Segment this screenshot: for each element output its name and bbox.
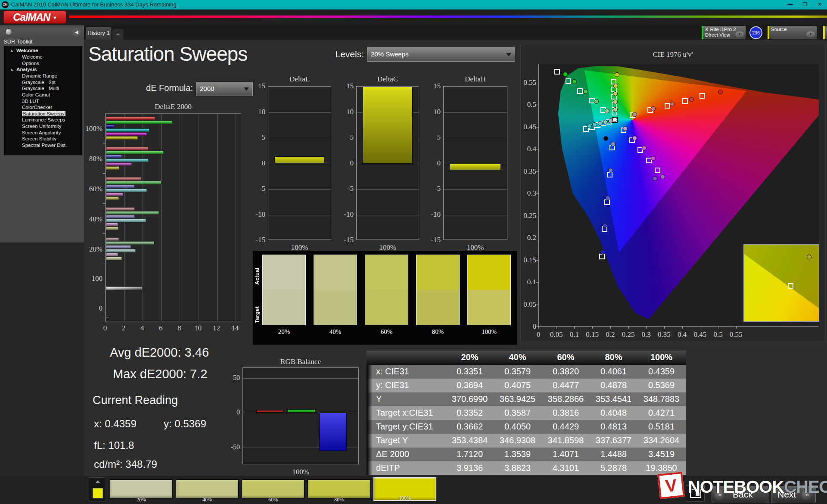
- sidebar-item-screen-stability[interactable]: Screen Stability: [4, 136, 82, 142]
- row-value: 0.3352: [446, 408, 494, 418]
- delta-e-bar-40%-1: [106, 211, 159, 215]
- gridline: [268, 189, 331, 190]
- maximize-icon[interactable]: ❐: [798, 0, 812, 9]
- actual-target-swatch-panel: ActualTarget20%40%60%80%100%: [253, 251, 517, 345]
- tick: [574, 327, 575, 329]
- current-reading-title: Current Reading: [93, 394, 178, 407]
- source-dropdown[interactable]: Source ▼: [767, 25, 817, 40]
- tick: [538, 327, 539, 329]
- sidebar-item-saturation-sweeps[interactable]: Saturation Sweeps: [4, 111, 82, 117]
- tick: [628, 327, 629, 329]
- delta-e-bar-100%-4: [106, 132, 147, 136]
- cie-measured-green: [563, 72, 568, 77]
- tick: [536, 105, 538, 105]
- rgb-balance-title: RGB Balance: [243, 358, 359, 366]
- swatch-60%: [365, 255, 408, 325]
- chevron-down-icon: ▼: [53, 12, 57, 24]
- row-value: 370.6990: [446, 394, 494, 404]
- pattern-tile-20%[interactable]: [110, 479, 173, 498]
- sidebar-item-dynamic-range[interactable]: Dynamic Range: [4, 73, 82, 79]
- tick: [103, 313, 105, 313]
- gridline: [444, 138, 507, 138]
- close-icon[interactable]: ✕: [812, 0, 827, 9]
- delta-e-group-label: 0: [65, 304, 103, 313]
- cie-y-tick: 0.1: [511, 278, 536, 286]
- row-value: 0.4359: [637, 367, 685, 376]
- row-value: 0.4477: [542, 380, 590, 390]
- sidebar-item-luminance-sweeps[interactable]: Luminance Sweeps: [4, 117, 82, 123]
- delta-e-bar-60%-2: [106, 185, 135, 188]
- rgb-x-label: 100%: [243, 468, 359, 476]
- row-value: 3.4519: [637, 449, 685, 459]
- display-control-dropdown[interactable]: Direct Display Control ▼: [823, 25, 827, 40]
- row-value: 0.3579: [494, 367, 541, 376]
- cie-measured-magenta: [651, 156, 656, 161]
- chevron-up-icon: [95, 480, 100, 483]
- sidebar-item-spectral-power-dist-[interactable]: Spectral Power Dist.: [4, 143, 82, 149]
- row-value: 0.4061: [590, 367, 637, 376]
- delta-e-bar-100%-1: [106, 121, 173, 124]
- calman-app: CM CalMAN 2019 CalMAN Ultimate for Busin…: [0, 0, 827, 504]
- sidebar-group-analysis[interactable]: Analysis: [4, 67, 82, 73]
- row-value: 3.9136: [446, 463, 494, 473]
- delta_l-y-tick: 15: [241, 82, 265, 90]
- cie-target-blue: [599, 254, 605, 259]
- delta-e-bar-100%-0: [106, 117, 155, 120]
- sidebar: ◀ SDR Toolkit WelcomeWelcomeOptionsAnaly…: [0, 25, 84, 243]
- gridline: [161, 114, 162, 321]
- pattern-source-chip[interactable]: [89, 477, 106, 502]
- minimize-icon[interactable]: —: [783, 0, 798, 9]
- swatch-40%: [314, 255, 357, 325]
- de-formula-value: 2000: [200, 85, 214, 92]
- delta-e-group-label: 40%: [65, 215, 103, 224]
- row-value: 363.9425: [494, 394, 541, 404]
- rainbow-strip: [69, 16, 827, 18]
- levels-dropdown[interactable]: 20% Sweeps: [367, 47, 515, 62]
- sidebar-collapse-icon[interactable]: ◀: [72, 28, 81, 36]
- delta_l-plot: [268, 86, 331, 240]
- window-title: CalMAN 2019 CalMAN Ultimate for Business…: [11, 1, 177, 8]
- delta-e-x-tick: 6: [152, 324, 169, 333]
- sidebar-group-welcome[interactable]: Welcome: [4, 48, 82, 54]
- sidebar-item-colorchecker[interactable]: ColorChecker: [4, 105, 82, 111]
- delta-e-bar-80%-4: [106, 162, 132, 166]
- tree-expand-icon: [11, 68, 14, 71]
- swatch-actual: [314, 255, 357, 290]
- delta-e-bar-40%-4: [106, 223, 118, 226]
- target-row-label: Target: [254, 299, 261, 331]
- sidebar-item-options[interactable]: Options: [4, 61, 82, 67]
- delta-e-x-tick: 12: [208, 324, 225, 333]
- delta_c-y-tick: 0: [330, 159, 354, 168]
- calman-logo-menu[interactable]: CalMAN ▼: [3, 11, 66, 24]
- swatch-label: 40%: [314, 328, 357, 336]
- pattern-tile-40%[interactable]: [176, 479, 239, 498]
- delta_c-y-tick: 10: [330, 108, 354, 116]
- tick: [103, 203, 105, 204]
- sidebar-item-3d-lut[interactable]: 3D LUT: [4, 99, 82, 105]
- pattern-tile-80%[interactable]: [308, 479, 370, 498]
- sidebar-item-welcome[interactable]: Welcome: [4, 54, 82, 60]
- cie-y-tick: 0.55: [511, 78, 536, 87]
- row-edge-shade: [367, 379, 373, 392]
- row-edge-shade: [367, 392, 373, 406]
- sidebar-item-grayscale-2pt[interactable]: Grayscale - 2pt: [4, 80, 82, 86]
- meter-count-badge[interactable]: 236: [749, 26, 762, 39]
- main-content: Saturation Sweeps Levels: 20% Sweeps dE …: [84, 40, 827, 476]
- delta_c-plot: [356, 86, 419, 240]
- pattern-tile-label: 100%: [373, 495, 436, 501]
- sidebar-item-grayscale-multi[interactable]: Grayscale - Multi: [4, 86, 82, 92]
- meter-dropdown[interactable]: X-Rite i1Pro 2Direct View ▼: [701, 25, 746, 40]
- table-header: 20%40%60%80%100%: [367, 351, 686, 365]
- sidebar-item-color-gamut[interactable]: Color Gamut: [4, 92, 82, 98]
- delta_h-y-tick: 15: [417, 82, 441, 90]
- swatch-label: 100%: [467, 328, 511, 336]
- cie-y-tick: 0.3: [511, 189, 536, 198]
- delta_h-title: DeltaH: [443, 75, 507, 84]
- tab-history[interactable]: History 1: [86, 27, 112, 40]
- add-tab-button[interactable]: +: [112, 29, 124, 40]
- row-value: 0.4878: [590, 380, 637, 390]
- sidebar-radio-button[interactable]: [5, 28, 12, 35]
- calman-logo-text: CalMAN: [13, 11, 50, 23]
- pattern-tile-60%[interactable]: [242, 479, 305, 498]
- row-value: 0.4271: [637, 408, 685, 418]
